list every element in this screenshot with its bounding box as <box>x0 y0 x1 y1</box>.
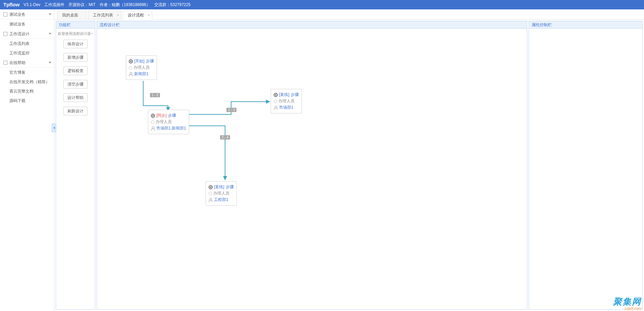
sidebar: 测试业务测试业务工作流设计工作流列表工作流监控在线帮助官方博客在线开发文档（精简… <box>0 9 54 311</box>
nav-group-header[interactable]: 工作流设计 <box>0 29 54 39</box>
flow-node[interactable]: [直线]步骤办理人员市场部1 <box>271 89 302 113</box>
user-icon <box>129 72 133 76</box>
circle-icon <box>209 192 212 195</box>
node-handler-label: 办理人员 <box>213 191 229 196</box>
chevron-down-icon <box>49 13 51 15</box>
nav-group-label: 在线帮助 <box>9 58 25 68</box>
user-icon <box>151 126 155 131</box>
close-icon[interactable]: × <box>117 11 119 19</box>
gear-icon <box>129 59 133 63</box>
edge-label[interactable]: 2 - 3 <box>226 108 236 112</box>
gear-icon <box>274 93 278 97</box>
canvas-panel: 流程设计栏 [开始]步骤办理人员新闻部1[同步]步骤办理人员市场部1,新闻部1[… <box>97 21 527 310</box>
app-header: Tpflow V3.1-Dev 工作流插件 开源协议：MIT 作者：鲲鹏（183… <box>0 0 644 9</box>
circle-icon <box>274 100 277 103</box>
group-label: 交流群：532797225 <box>154 0 191 9</box>
node-step: 步骤 <box>226 184 234 190</box>
gear-icon <box>209 185 213 189</box>
node-assignee: 市场部1,新闻部1 <box>156 125 186 131</box>
tab[interactable]: 工作流列表× <box>88 10 121 19</box>
toolbar-button[interactable]: 设计帮助 <box>63 93 88 102</box>
gear-icon <box>151 114 155 118</box>
node-step: 步骤 <box>291 92 299 98</box>
nav-group-header[interactable]: 测试业务 <box>0 9 54 19</box>
function-panel: 功能栏 欢迎使用流程设计器~ 保存设计新增步骤逻辑检查清空步骤设计帮助刷新设计 <box>56 21 95 310</box>
folder-icon <box>3 32 7 36</box>
nav-item[interactable]: 看云完整文档 <box>0 87 54 96</box>
node-type: [开始] <box>134 58 145 64</box>
toolbar-button[interactable]: 保存设计 <box>63 40 88 48</box>
property-panel-title: 属性控制栏 <box>529 21 642 29</box>
nav-item[interactable]: 官方博客 <box>0 68 54 77</box>
user-icon <box>209 198 213 202</box>
nav-group-label: 测试业务 <box>9 9 25 19</box>
tab[interactable]: 设计流程× <box>123 11 152 19</box>
function-panel-title: 功能栏 <box>56 21 95 29</box>
nav-item[interactable]: 工作流监控 <box>0 48 54 58</box>
nav-item[interactable]: 工作流列表 <box>0 39 54 48</box>
node-handler-label: 办理人员 <box>156 119 172 125</box>
folder-icon <box>3 12 7 16</box>
circle-icon <box>151 120 154 124</box>
tab-label: 设计流程 <box>128 11 144 19</box>
flow-canvas[interactable]: [开始]步骤办理人员新闻部1[同步]步骤办理人员市场部1,新闻部1[直线]步骤办… <box>97 29 527 309</box>
toolbar-button[interactable]: 清空步骤 <box>63 80 88 89</box>
node-assignee: 工程部1 <box>214 197 228 203</box>
edge-label[interactable]: 1 - 2 <box>150 93 160 97</box>
flow-node[interactable]: [直线]步骤办理人员工程部1 <box>206 181 237 206</box>
node-handler-label: 办理人员 <box>278 98 294 104</box>
circle-icon <box>129 66 132 69</box>
nav-item[interactable]: 源码下载 <box>0 96 54 105</box>
welcome-text: 欢迎使用流程设计器~ <box>57 31 94 36</box>
toolbar-button[interactable]: 逻辑检查 <box>63 66 88 75</box>
flow-node[interactable]: [同步]步骤办理人员市场部1,新闻部1 <box>148 110 189 134</box>
tab-label: 我的桌面 <box>62 11 78 19</box>
user-icon <box>274 106 278 110</box>
plugin-label: 工作流插件 <box>44 0 64 9</box>
node-type: [直线] <box>214 184 224 190</box>
nav-item[interactable]: 在线开发文档（精简） <box>0 77 54 87</box>
license-label: 开源协议：MIT <box>68 0 96 9</box>
version-label: V3.1-Dev <box>23 0 40 9</box>
folder-icon <box>3 61 7 65</box>
property-panel: 属性控制栏 <box>529 21 643 310</box>
edges-layer <box>97 29 527 309</box>
tab[interactable]: 我的桌面 <box>57 10 87 19</box>
node-assignee: 新闻部1 <box>134 71 149 77</box>
sidebar-collapse-handle[interactable] <box>52 123 56 132</box>
node-step: 步骤 <box>168 113 176 118</box>
node-step: 步骤 <box>146 58 154 64</box>
edge-label[interactable]: 2 - 4 <box>220 135 230 140</box>
author-label: 作者：鲲鹏（1838188896） <box>100 0 150 9</box>
flow-node[interactable]: [开始]步骤办理人员新闻部1 <box>126 55 157 80</box>
tab-bar: 我的桌面工作流列表×设计流程× <box>54 9 644 19</box>
chevron-down-icon <box>49 62 51 63</box>
canvas-panel-title: 流程设计栏 <box>97 21 527 29</box>
nav-group-header[interactable]: 在线帮助 <box>0 58 54 68</box>
nav-group-label: 工作流设计 <box>9 29 30 39</box>
nav-item[interactable]: 测试业务 <box>0 19 54 29</box>
toolbar-button[interactable]: 刷新设计 <box>63 107 88 115</box>
close-icon[interactable]: × <box>148 11 150 19</box>
toolbar-button[interactable]: 新增步骤 <box>63 53 88 62</box>
node-handler-label: 办理人员 <box>133 65 150 70</box>
tab-label: 工作流列表 <box>93 11 113 19</box>
brand: Tpflow <box>3 0 19 9</box>
node-assignee: 市场部1 <box>279 105 293 110</box>
chevron-down-icon <box>49 33 51 35</box>
node-type: [同步] <box>156 113 167 118</box>
node-type: [直线] <box>279 92 289 98</box>
